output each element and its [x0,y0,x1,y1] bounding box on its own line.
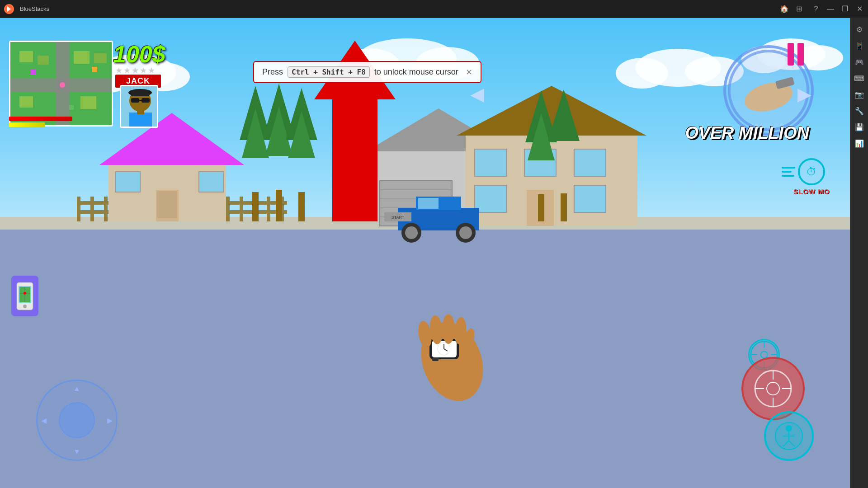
pages-icon[interactable]: ⊞ [792,2,806,16]
slow-mo-lines [782,167,795,177]
pause-bar-right [797,43,804,66]
svg-point-87 [453,317,467,345]
svg-point-79 [438,343,450,355]
svg-rect-99 [80,96,96,109]
star-5: ★ [148,66,155,75]
joystick[interactable]: ▲ ▼ ◀ ▶ [36,380,118,461]
svg-point-119 [24,292,26,295]
titlebar: BlueStacks 🏠 ⊞ ? — ❐ ✕ [0,0,868,18]
svg-rect-112 [137,111,144,114]
press-text: Press [262,67,283,77]
svg-point-84 [416,320,434,349]
svg-rect-97 [94,53,107,63]
svg-point-88 [462,327,476,349]
svg-rect-106 [131,98,139,103]
star-3: ★ [132,66,139,75]
svg-rect-78 [432,341,457,357]
sidebar-btn-5[interactable]: 📷 [852,87,867,102]
svg-point-124 [761,352,768,358]
home-icon[interactable]: 🏠 [778,2,791,16]
svg-point-136 [786,425,792,432]
svg-point-100 [60,82,65,88]
unlock-mouse-banner: Press Ctrl + Shift + F8 to unlock mouse … [253,61,481,83]
svg-point-86 [442,314,455,344]
star-2: ★ [123,66,131,75]
star-1: ★ [115,66,123,75]
slow-line-2 [782,171,792,173]
hud-stars: ★ ★ ★ ★ ★ [115,66,155,75]
sidebar-btn-6[interactable]: 🔧 [852,103,867,118]
svg-rect-102 [92,67,97,72]
hud-money: 100$ [113,41,165,68]
svg-rect-83 [432,357,439,361]
game-area[interactable]: START 100$ ★ ★ ★ ★ [0,18,850,488]
sidebar-btn-3[interactable]: 🎮 [852,54,867,70]
slow-mo-icon: ⏱ [798,158,825,185]
minimap [9,41,113,127]
help-button[interactable]: ? [809,2,823,16]
joystick-inner [59,402,95,438]
banner-close-button[interactable]: ✕ [466,67,472,77]
phone-icon[interactable] [11,276,38,316]
restore-button[interactable]: ❐ [838,2,852,16]
character-portrait [120,85,158,128]
titlebar-nav: 🏠 ⊞ [774,2,809,16]
svg-rect-101 [31,69,36,75]
nav-left-arrow[interactable]: ◀ [470,84,484,104]
health-bar-red [9,117,72,121]
pause-bar-left [788,43,794,66]
app-title: BlueStacks [20,5,774,12]
star-4: ★ [140,66,147,75]
right-sidebar: ⚙ 📱 🎮 ⌨ 📷 🔧 💾 📊 [850,18,868,488]
svg-point-76 [410,313,494,410]
joystick-left-arrow: ◀ [41,416,47,425]
over-million-text: OVER MILLION [685,124,809,141]
pause-button[interactable] [782,41,809,68]
svg-rect-107 [142,98,150,103]
sidebar-btn-2[interactable]: 📱 [852,38,867,53]
joystick-up-arrow: ▲ [73,385,80,393]
svg-rect-111 [129,113,152,128]
svg-point-70 [401,223,421,243]
titlebar-controls: ? — ❐ ✕ [809,2,868,16]
jump-button[interactable] [764,411,814,461]
shortcut-key: Ctrl + Shift + F8 [288,66,370,78]
svg-rect-110 [131,90,149,96]
slow-line-3 [782,175,794,177]
health-bars [9,117,108,128]
sidebar-btn-4[interactable]: ⌨ [852,70,867,86]
slow-mo-label: SLOW MO [793,188,830,195]
svg-point-73 [459,226,472,239]
svg-point-72 [456,223,476,243]
nav-right-arrow[interactable]: ▶ [797,84,811,104]
close-button[interactable]: ✕ [853,2,866,16]
svg-rect-82 [432,337,439,341]
svg-line-81 [444,349,448,351]
slow-line-1 [782,167,795,169]
to-unlock-text: to unlock mouse cursor [374,67,458,77]
slow-mo-button[interactable]: ⏱ SLOW MO [782,158,825,185]
svg-rect-103 [69,105,74,110]
sidebar-btn-1[interactable]: ⚙ [852,22,867,37]
svg-point-130 [767,382,779,395]
svg-point-85 [429,315,443,345]
joystick-right-arrow: ▶ [107,416,113,425]
sidebar-btn-8[interactable]: 📊 [852,136,867,151]
sidebar-btn-7[interactable]: 💾 [852,119,867,135]
svg-rect-13 [0,217,850,488]
svg-rect-96 [74,51,90,64]
svg-point-115 [23,305,27,308]
svg-rect-98 [19,96,33,108]
app-logo [0,0,18,18]
joystick-down-arrow: ▼ [73,448,80,456]
svg-point-71 [405,226,418,239]
aim-fire-button[interactable] [741,357,805,420]
health-bar-yellow [9,122,45,127]
svg-rect-77 [429,339,459,359]
svg-rect-95 [38,56,49,65]
svg-rect-94 [19,51,33,62]
minimize-button[interactable]: — [824,2,837,16]
